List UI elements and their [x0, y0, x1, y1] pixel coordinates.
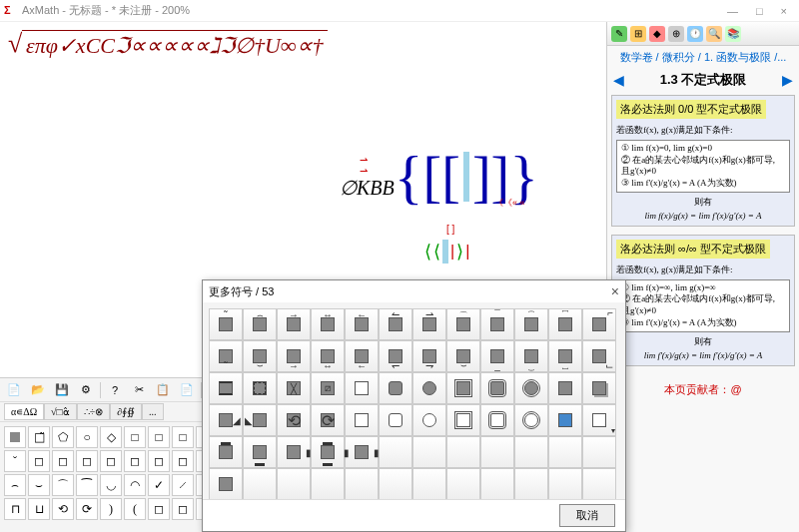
symbol-cell[interactable]: ¯: [480, 308, 514, 340]
ref-icon2[interactable]: ⊞: [630, 26, 646, 42]
prev-section-button[interactable]: ◀: [613, 72, 624, 88]
symbol-cell[interactable]: ⏞: [514, 308, 548, 340]
dialog-close-button[interactable]: ×: [611, 283, 619, 299]
palette-cell[interactable]: ⟳: [76, 498, 98, 520]
cut-button[interactable]: ✂: [129, 381, 149, 399]
symbol-cell[interactable]: ⌣: [243, 340, 277, 372]
symbol-cell[interactable]: ⧄: [311, 372, 345, 404]
palette-cell[interactable]: ⟋: [172, 474, 194, 496]
symbol-cell[interactable]: ⌐: [582, 308, 616, 340]
symbol-cell[interactable]: [243, 468, 277, 499]
symbol-cell[interactable]: [412, 372, 446, 404]
ref-icon3[interactable]: ◆: [649, 26, 665, 42]
symbol-cell[interactable]: [548, 468, 582, 499]
symbol-cell[interactable]: [548, 372, 582, 404]
symbol-cell[interactable]: [514, 372, 548, 404]
symbol-cell[interactable]: [277, 468, 311, 499]
palette-cell[interactable]: □: [148, 426, 170, 448]
palette-cell[interactable]: ⁀: [76, 474, 98, 496]
save-button[interactable]: 💾: [52, 381, 72, 399]
symbol-cell[interactable]: [379, 468, 412, 499]
symbol-cell[interactable]: [548, 436, 582, 468]
symbol-cell[interactable]: ˜: [209, 340, 243, 372]
palette-cell[interactable]: [4, 426, 26, 448]
symbol-cell[interactable]: [345, 468, 379, 499]
symbol-cell[interactable]: ▬: [209, 436, 243, 468]
tab-roots[interactable]: √□α̂: [44, 403, 77, 420]
palette-cell[interactable]: ◻: [124, 450, 146, 472]
symbol-cell[interactable]: [582, 468, 616, 499]
ref-icon6[interactable]: 🔍: [706, 26, 722, 42]
symbol-cell[interactable]: ◣: [243, 404, 277, 436]
breadcrumb[interactable]: 数学卷 / 微积分 / 1. 函数与极限 /...: [607, 46, 799, 69]
symbol-cell[interactable]: [446, 372, 480, 404]
minimize-button[interactable]: —: [727, 5, 738, 17]
palette-cell[interactable]: □: [124, 426, 146, 448]
tab-more[interactable]: ...: [142, 403, 164, 420]
symbol-cell[interactable]: [446, 404, 480, 436]
symbol-cell[interactable]: [412, 404, 446, 436]
symbol-cell[interactable]: ◢: [209, 404, 243, 436]
symbol-cell[interactable]: [379, 372, 412, 404]
symbol-cell[interactable]: ⌙: [582, 340, 616, 372]
symbol-cell[interactable]: ▬▬: [311, 436, 345, 468]
palette-cell[interactable]: ⊓: [4, 498, 26, 520]
palette-cell[interactable]: ◻: [172, 450, 194, 472]
symbol-cell[interactable]: ⟲: [277, 404, 311, 436]
symbol-cell[interactable]: ▬: [243, 436, 277, 468]
symbol-cell[interactable]: ⌢: [243, 308, 277, 340]
palette-cell[interactable]: ◻: [172, 498, 194, 520]
palette-cell[interactable]: ◻: [100, 450, 122, 472]
symbol-cell[interactable]: ↼: [379, 308, 412, 340]
symbol-cell[interactable]: [412, 468, 446, 499]
symbol-cell[interactable]: ⏟: [514, 340, 548, 372]
palette-cell[interactable]: ◻: [148, 498, 170, 520]
palette-cell[interactable]: ◠: [124, 474, 146, 496]
new-button[interactable]: 📄: [4, 381, 24, 399]
symbol-cell[interactable]: ⇀: [412, 308, 446, 340]
open-button[interactable]: 📂: [28, 381, 48, 399]
copy-button[interactable]: 📋: [153, 381, 173, 399]
symbol-cell[interactable]: ↔: [311, 340, 345, 372]
ref-icon5[interactable]: 🕐: [687, 26, 703, 42]
symbol-cell[interactable]: [582, 372, 616, 404]
symbol-cell[interactable]: [582, 436, 616, 468]
palette-cell[interactable]: ⌒: [52, 474, 74, 496]
palette-cell[interactable]: ◇: [100, 426, 122, 448]
palette-cell[interactable]: ○: [76, 426, 98, 448]
symbol-cell[interactable]: [514, 468, 548, 499]
symbol-cell[interactable]: [209, 372, 243, 404]
ref-icon4[interactable]: ⊕: [668, 26, 684, 42]
symbol-cell[interactable]: [480, 468, 514, 499]
palette-cell[interactable]: ⌢: [4, 474, 26, 496]
symbol-cell[interactable]: _: [480, 340, 514, 372]
symbol-cell[interactable]: ⟳: [311, 404, 345, 436]
symbol-cell[interactable]: [243, 372, 277, 404]
symbol-cell[interactable]: [480, 436, 514, 468]
symbol-cell[interactable]: ←: [345, 340, 379, 372]
palette-cell[interactable]: ⊔: [28, 498, 50, 520]
settings-button[interactable]: ⚙: [76, 381, 96, 399]
symbol-cell[interactable]: [480, 404, 514, 436]
symbol-cell[interactable]: ▾: [582, 404, 616, 436]
symbol-cell[interactable]: ⌒: [446, 308, 480, 340]
symbol-cell[interactable]: ←: [345, 308, 379, 340]
symbol-cell[interactable]: →: [277, 340, 311, 372]
palette-cell[interactable]: □̃: [28, 426, 50, 448]
symbol-cell[interactable]: ▮▮: [345, 436, 379, 468]
help-button[interactable]: ?: [105, 381, 125, 399]
symbol-cell[interactable]: ⇁: [412, 340, 446, 372]
ref-icon7[interactable]: 📚: [725, 26, 741, 42]
palette-cell[interactable]: □: [172, 426, 194, 448]
symbol-cell[interactable]: [548, 404, 582, 436]
palette-cell[interactable]: ⬠: [52, 426, 74, 448]
ref-icon1[interactable]: ✎: [611, 26, 627, 42]
close-button[interactable]: ×: [781, 5, 787, 17]
symbol-cell[interactable]: [514, 436, 548, 468]
paste-button[interactable]: 📄: [177, 381, 197, 399]
symbol-cell[interactable]: ⌣: [446, 340, 480, 372]
palette-cell[interactable]: (: [124, 498, 146, 520]
symbol-cell[interactable]: ▮: [277, 436, 311, 468]
next-section-button[interactable]: ▶: [782, 72, 793, 88]
palette-cell[interactable]: ✓: [148, 474, 170, 496]
